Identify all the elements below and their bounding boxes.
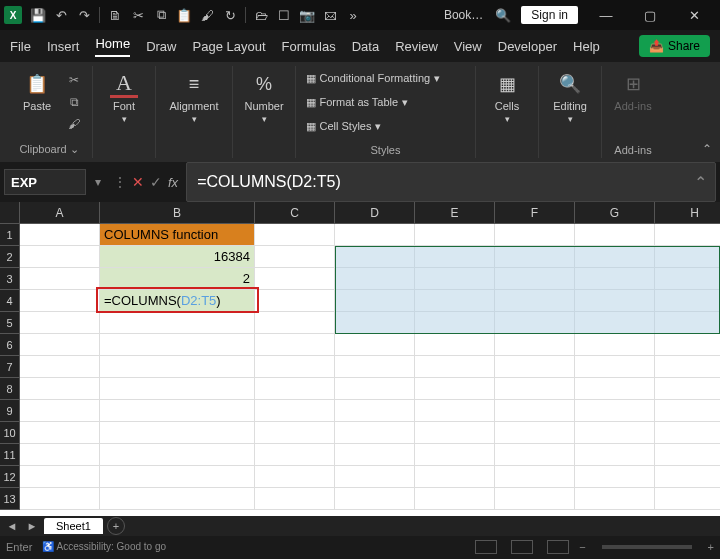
touch-icon[interactable]: ☐ <box>274 5 294 25</box>
cell[interactable] <box>415 400 495 422</box>
tab-data[interactable]: Data <box>352 39 379 54</box>
cut-icon[interactable]: ✂ <box>128 5 148 25</box>
tab-help[interactable]: Help <box>573 39 600 54</box>
cell[interactable] <box>575 444 655 466</box>
save-icon[interactable]: 💾 <box>28 5 48 25</box>
camera-icon[interactable]: 📷 <box>297 5 317 25</box>
cell[interactable] <box>335 422 415 444</box>
cell[interactable] <box>100 444 255 466</box>
cell[interactable] <box>255 378 335 400</box>
cell[interactable] <box>335 466 415 488</box>
col-header-D[interactable]: D <box>335 202 415 224</box>
cell-G1[interactable] <box>575 224 655 246</box>
paste-icon[interactable]: 📋 <box>174 5 194 25</box>
cell[interactable] <box>495 422 575 444</box>
conditional-formatting-button[interactable]: ▦Conditional Formatting▾ <box>306 68 466 88</box>
redo-icon[interactable]: ↷ <box>74 5 94 25</box>
cell[interactable] <box>655 400 720 422</box>
col-header-C[interactable]: C <box>255 202 335 224</box>
row-header[interactable]: 1 <box>0 224 20 246</box>
cell[interactable] <box>655 466 720 488</box>
cell[interactable] <box>255 400 335 422</box>
sheet-tab[interactable]: Sheet1 <box>44 518 103 534</box>
cut-button[interactable]: ✂ <box>64 70 84 90</box>
cell[interactable] <box>575 334 655 356</box>
row-header[interactable]: 8 <box>0 378 20 400</box>
cell[interactable] <box>415 466 495 488</box>
cell[interactable] <box>495 488 575 510</box>
cell[interactable] <box>575 488 655 510</box>
cell[interactable] <box>495 444 575 466</box>
sheet-prev-button[interactable]: ◄ <box>4 520 20 532</box>
sign-in-button[interactable]: Sign in <box>521 6 578 24</box>
editing-button[interactable]: 🔍 Editing ▾ <box>547 70 593 124</box>
cell[interactable] <box>100 378 255 400</box>
format-painter-button[interactable]: 🖌 <box>64 114 84 134</box>
cell-C2[interactable] <box>255 246 335 268</box>
cell[interactable] <box>415 444 495 466</box>
cell[interactable] <box>415 356 495 378</box>
page-layout-view-button[interactable] <box>511 540 533 554</box>
cell[interactable] <box>575 400 655 422</box>
confirm-button[interactable]: ✓ <box>150 174 162 190</box>
col-header-F[interactable]: F <box>495 202 575 224</box>
cell[interactable] <box>20 356 100 378</box>
row-header[interactable]: 10 <box>0 422 20 444</box>
row-header[interactable]: 4 <box>0 290 20 312</box>
tab-formulas[interactable]: Formulas <box>282 39 336 54</box>
cell[interactable] <box>255 356 335 378</box>
col-header-E[interactable]: E <box>415 202 495 224</box>
font-button[interactable]: A Font ▾ <box>101 70 147 124</box>
cell[interactable] <box>335 444 415 466</box>
undo-icon[interactable]: ↶ <box>51 5 71 25</box>
close-button[interactable]: ✕ <box>672 0 716 30</box>
cells-button[interactable]: ▦ Cells ▾ <box>484 70 530 124</box>
number-button[interactable]: % Number ▾ <box>241 70 287 124</box>
cell[interactable] <box>20 400 100 422</box>
cell[interactable] <box>335 334 415 356</box>
more-icon[interactable]: » <box>343 5 363 25</box>
row-header[interactable]: 12 <box>0 466 20 488</box>
select-all-corner[interactable] <box>0 202 20 224</box>
cell[interactable] <box>655 444 720 466</box>
cell[interactable] <box>255 488 335 510</box>
cell[interactable] <box>655 378 720 400</box>
cell[interactable] <box>335 378 415 400</box>
zoom-in-button[interactable]: + <box>708 541 714 553</box>
cell[interactable] <box>20 444 100 466</box>
cell[interactable] <box>495 334 575 356</box>
tab-review[interactable]: Review <box>395 39 438 54</box>
fx-button[interactable]: fx <box>168 175 178 190</box>
cell-A3[interactable] <box>20 268 100 290</box>
page-break-view-button[interactable] <box>547 540 569 554</box>
cell[interactable] <box>335 488 415 510</box>
tab-page-layout[interactable]: Page Layout <box>193 39 266 54</box>
document-name[interactable]: Book… <box>444 8 483 22</box>
collapse-ribbon-button[interactable]: ⌃ <box>702 142 712 156</box>
cell-B1[interactable]: COLUMNS function <box>100 224 255 246</box>
cell[interactable] <box>655 334 720 356</box>
worksheet[interactable]: A B C D E F G H 1 2 3 4 5 6 7 8 9 10 11 … <box>0 202 720 516</box>
cell[interactable] <box>495 466 575 488</box>
zoom-slider[interactable] <box>602 545 692 549</box>
cell[interactable] <box>415 378 495 400</box>
cell[interactable] <box>495 400 575 422</box>
cell[interactable] <box>100 334 255 356</box>
cell[interactable] <box>255 334 335 356</box>
alignment-button[interactable]: ≡ Alignment ▾ <box>164 70 224 124</box>
tab-draw[interactable]: Draw <box>146 39 176 54</box>
cell[interactable] <box>495 378 575 400</box>
cell[interactable] <box>655 422 720 444</box>
col-header-G[interactable]: G <box>575 202 655 224</box>
cell[interactable] <box>255 444 335 466</box>
name-box[interactable]: EXP <box>4 169 86 195</box>
col-header-H[interactable]: H <box>655 202 720 224</box>
cell[interactable] <box>100 466 255 488</box>
cell[interactable] <box>255 422 335 444</box>
cell[interactable] <box>575 466 655 488</box>
cell-C3[interactable] <box>255 268 335 290</box>
cell-B4[interactable]: =COLUMNS(D2:T5) <box>100 290 255 312</box>
cell[interactable] <box>415 488 495 510</box>
cell[interactable] <box>20 378 100 400</box>
sheet-next-button[interactable]: ► <box>24 520 40 532</box>
